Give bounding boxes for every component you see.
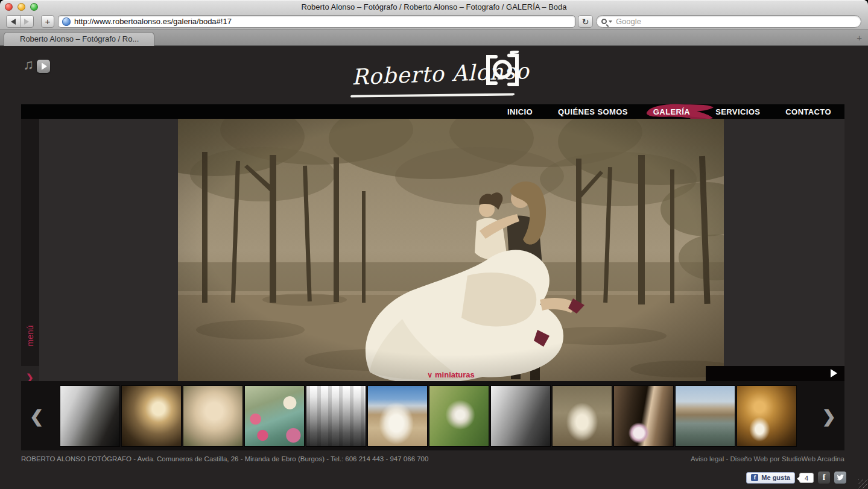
thumbnail-12[interactable] [737,386,796,446]
logo-underline [350,93,515,97]
window-resize-grip[interactable] [858,479,867,488]
search-engine-dropdown-icon[interactable] [609,21,612,23]
nav-quienes-somos[interactable]: QUIÉNES SOMOS [558,107,628,116]
search-magnifier-icon [601,19,607,24]
forward-button[interactable] [20,16,34,27]
wedding-photo-illustration [178,119,724,381]
search-input[interactable] [616,17,856,26]
slideshow-next-button[interactable] [831,369,837,377]
thumbnail-7[interactable] [429,386,489,446]
back-button[interactable] [7,16,20,27]
twitter-icon[interactable] [834,472,846,484]
main-photo-groom-carrying-bride[interactable]: ∨miniaturas [178,119,724,381]
reload-button[interactable]: ↻ [578,15,593,28]
main-navigation: INICIO QUIÉNES SOMOS GALERÍA SERVICIOS C… [21,104,844,119]
facebook-like-button[interactable]: f Me gusta [746,472,795,484]
thumbnail-4[interactable] [245,386,304,446]
thumbnail-6[interactable] [368,386,427,446]
url-input[interactable] [74,17,571,26]
show-thumbnails-link[interactable]: ∨miniaturas [178,370,724,379]
play-icon [42,63,47,70]
camera-logo-icon [482,51,522,88]
twitter-bird-icon [836,473,844,482]
thumbnail-8[interactable] [491,386,550,446]
favicon-globe-icon [62,17,71,26]
thumbnail-3[interactable] [183,386,242,446]
audio-play-button[interactable] [37,60,50,73]
photo-viewer: ∨miniaturas [39,119,844,381]
new-tab-button[interactable]: + [857,33,862,43]
nav-contacto[interactable]: CONTACTO [785,107,831,116]
footer-legal-credits[interactable]: Aviso legal - Diseño Web por StudioWeb A… [691,455,844,462]
page-content: ♫ Roberto Alonso INICIO QUIÉNES SOMOS [0,46,868,489]
nav-inicio[interactable]: INICIO [507,107,533,116]
thumbnail-11[interactable] [676,386,735,446]
close-button[interactable] [5,3,13,11]
window-titlebar[interactable]: Roberto Alonso – Fotógrafo / Roberto Alo… [0,0,868,13]
thumbnail-row [60,386,796,446]
thumbnail-5[interactable] [306,386,366,446]
social-buttons: f Me gusta 4 f [746,471,846,484]
side-menu-label[interactable]: menú [25,325,35,346]
facebook-icon[interactable]: f [818,472,830,484]
thumbnails-prev-button[interactable]: ❮ [30,406,43,426]
footer-contact-info: ROBERTO ALONSO FOTÓGRAFO - Avda. Comuner… [21,455,428,462]
tab-bar: Roberto Alonso – Fotógrafo / Ro... + [0,30,868,46]
like-label: Me gusta [761,474,790,481]
thumbnail-9[interactable] [553,386,612,446]
thumbnail-strip: ❮ ❯ [21,381,844,450]
nav-galeria-active[interactable]: GALERÍA [653,107,690,116]
thumbnail-2[interactable] [122,386,181,446]
minimize-button[interactable] [17,3,25,11]
thumbnail-10[interactable] [614,386,673,446]
window-title: Roberto Alonso – Fotógrafo / Roberto Alo… [72,2,796,11]
window-controls [5,3,38,11]
history-nav-buttons [6,15,34,28]
thumbnails-next-button[interactable]: ❯ [822,406,836,426]
tab-roberto-alonso[interactable]: Roberto Alonso – Fotógrafo / Ro... [4,32,154,46]
side-menu-strip[interactable]: menú ❯ [21,119,39,366]
chevron-down-icon: ∨ [427,371,432,379]
nav-servicios[interactable]: SERVICIOS [715,107,760,116]
address-bar[interactable] [58,15,575,28]
browser-toolbar: + ↻ [0,13,868,30]
facebook-flag-icon: f [751,474,758,481]
slideshow-control-bar [706,366,844,381]
browser-window: Roberto Alonso – Fotógrafo / Roberto Alo… [0,0,868,489]
add-bookmark-button[interactable]: + [41,15,54,28]
tab-title: Roberto Alonso – Fotógrafo / Ro... [20,34,139,43]
site-logo[interactable]: Roberto Alonso [347,51,528,103]
thumbnail-1[interactable] [60,386,119,446]
like-count-badge: 4 [799,473,814,483]
zoom-button[interactable] [30,3,38,11]
forward-arrow-icon [24,19,29,25]
back-arrow-icon [11,19,16,25]
music-note-icon: ♫ [23,56,34,73]
browser-chrome: Roberto Alonso – Fotógrafo / Roberto Alo… [0,0,868,30]
search-field[interactable] [596,15,861,28]
